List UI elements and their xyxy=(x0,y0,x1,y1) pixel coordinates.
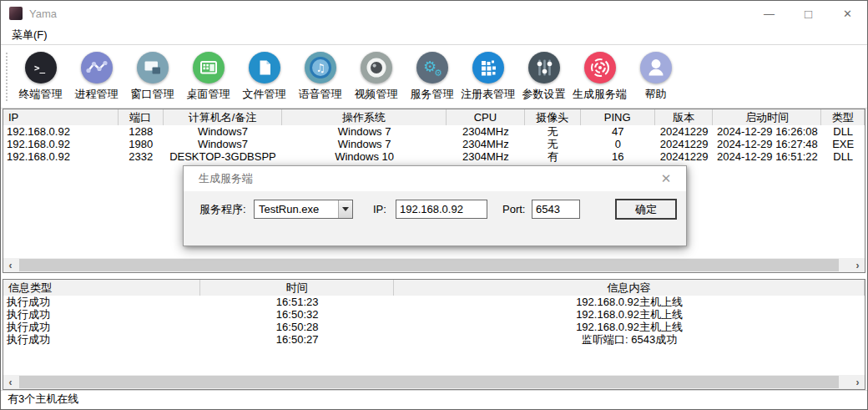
scroll-left-icon[interactable]: ‹ xyxy=(3,375,18,389)
hosts-table-header: IP端口计算机名/备注操作系统CPU摄像头PING版本启动时间类型 xyxy=(3,109,865,125)
close-button[interactable]: ✕ xyxy=(828,1,867,26)
toolbar-item-desktop[interactable]: 桌面管理 xyxy=(180,51,236,102)
scroll-right-icon[interactable]: › xyxy=(850,258,865,272)
hosts-horizontal-scrollbar[interactable]: ‹ › xyxy=(3,258,865,272)
toolbar-item-label: 生成服务端 xyxy=(573,87,627,102)
log-row[interactable]: 执行成功16:50:28192.168.0.92主机上线 xyxy=(3,321,865,333)
cell: 1288 xyxy=(119,125,164,138)
ok-button[interactable]: 确定 xyxy=(615,199,677,220)
port-field[interactable] xyxy=(532,200,580,219)
cell: Windows7 xyxy=(164,138,283,150)
program-select[interactable]: TestRun.exe xyxy=(254,200,353,219)
process-icon xyxy=(80,51,114,84)
column-header[interactable]: 操作系统 xyxy=(282,109,446,125)
toolbar-item-label: 文件管理 xyxy=(243,87,286,102)
host-row[interactable]: 192.168.0.921288Windows7Windows 72304MHz… xyxy=(3,125,865,138)
column-header[interactable]: 信息类型 xyxy=(3,280,200,296)
dialog-title: 生成服务端 xyxy=(199,171,253,186)
cell: 执行成功 xyxy=(3,308,200,321)
cell: 2304MHz xyxy=(447,150,525,163)
app-title: Yama xyxy=(29,8,57,20)
status-text: 有3个主机在线 xyxy=(8,392,78,407)
cell: 16:51:23 xyxy=(200,296,394,308)
cell: Windows7 xyxy=(164,125,283,138)
column-header[interactable]: 信息内容 xyxy=(394,280,865,296)
scroll-right-icon[interactable]: › xyxy=(850,375,865,389)
cell: 1980 xyxy=(119,138,164,150)
log-table-header: 信息类型时间信息内容 xyxy=(3,280,865,296)
cell: 执行成功 xyxy=(3,333,200,346)
toolbar-item-window[interactable]: 窗口管理 xyxy=(124,51,180,102)
column-header[interactable]: 时间 xyxy=(200,280,394,296)
cell: 无 xyxy=(525,125,581,138)
menu-bar: 菜单(F) xyxy=(1,26,867,45)
column-header[interactable]: CPU xyxy=(447,109,525,125)
app-icon xyxy=(9,7,23,20)
column-header[interactable]: 启动时间 xyxy=(713,109,821,125)
scrollbar-thumb[interactable] xyxy=(19,259,839,271)
column-header[interactable]: 版本 xyxy=(655,109,714,125)
ip-field[interactable] xyxy=(396,200,487,219)
cell: DLL xyxy=(821,125,865,138)
log-horizontal-scrollbar[interactable]: ‹ › xyxy=(3,375,865,389)
toolbar-item-label: 服务管理 xyxy=(411,87,454,102)
cell: 2024-12-29 16:26:08 xyxy=(713,125,821,138)
column-header[interactable]: 计算机名/备注 xyxy=(164,109,283,125)
column-header[interactable]: 类型 xyxy=(821,109,865,125)
ip-label: IP: xyxy=(373,200,386,219)
toolbar-item-generate-server[interactable]: 生成服务端 xyxy=(572,51,628,102)
toolbar-item-video[interactable]: 视频管理 xyxy=(348,51,404,102)
cell: 执行成功 xyxy=(3,296,200,308)
column-header[interactable]: 摄像头 xyxy=(525,109,581,125)
toolbar-item-label: 窗口管理 xyxy=(131,87,174,102)
program-label: 服务程序: xyxy=(199,200,246,219)
maximize-button[interactable]: □ xyxy=(789,1,828,26)
toolbar-item-label: 注册表管理 xyxy=(461,87,515,102)
column-header[interactable]: 端口 xyxy=(119,109,164,125)
cell: 2024-12-29 16:27:48 xyxy=(713,138,821,150)
toolbar-item-file[interactable]: 文件管理 xyxy=(236,51,292,102)
column-header[interactable]: IP xyxy=(3,109,119,125)
cell: 监听端口: 6543成功 xyxy=(394,333,865,346)
svg-text:⚙: ⚙ xyxy=(434,68,442,78)
toolbar-item-voice[interactable]: ♫ 语音管理 xyxy=(292,51,348,102)
column-header[interactable]: PING xyxy=(581,109,655,125)
cell: 有 xyxy=(525,150,581,163)
cell: 执行成功 xyxy=(3,321,200,333)
log-list: 信息类型时间信息内容 执行成功16:51:23192.168.0.92主机上线执… xyxy=(3,279,865,390)
host-row[interactable]: 192.168.0.921980Windows7Windows 72304MHz… xyxy=(3,138,865,150)
log-table-body: 执行成功16:51:23192.168.0.92主机上线执行成功16:50:32… xyxy=(3,296,865,375)
toolbar-item-label: 语音管理 xyxy=(299,87,342,102)
toolbar-item-help[interactable]: 帮助 xyxy=(628,51,684,102)
toolbar-item-settings[interactable]: 参数设置 xyxy=(516,51,572,102)
port-label: Port: xyxy=(502,200,525,219)
title-bar: Yama — □ ✕ xyxy=(1,1,867,26)
toolbar-item-service[interactable]: ⚙ ⚙ 服务管理 xyxy=(404,51,460,102)
cell: 47 xyxy=(581,125,655,138)
window-controls: — □ ✕ xyxy=(749,1,867,26)
toolbar-item-terminal[interactable]: >_ 终端管理 xyxy=(13,51,68,102)
main-content: IP端口计算机名/备注操作系统CPU摄像头PING版本启动时间类型 192.16… xyxy=(1,109,867,390)
toolbar-item-label: 桌面管理 xyxy=(187,87,230,102)
host-row[interactable]: 192.168.0.922332DESKTOP-3GDBSPPWindows 1… xyxy=(3,150,865,163)
log-row[interactable]: 执行成功16:50:27监听端口: 6543成功 xyxy=(3,333,865,346)
log-row[interactable]: 执行成功16:51:23192.168.0.92主机上线 xyxy=(3,296,865,308)
toolbar-item-label: 参数设置 xyxy=(522,87,566,102)
voice-icon: ♫ xyxy=(304,51,337,84)
program-select-value: TestRun.exe xyxy=(255,203,338,215)
cell: Windows 7 xyxy=(282,125,446,138)
toolbar-item-label: 进程管理 xyxy=(75,87,119,102)
settings-icon xyxy=(527,51,561,84)
cell: 192.168.0.92 xyxy=(3,125,119,138)
log-row[interactable]: 执行成功16:50:32192.168.0.92主机上线 xyxy=(3,308,865,321)
toolbar-item-process[interactable]: 进程管理 xyxy=(68,51,124,102)
minimize-button[interactable]: — xyxy=(749,1,789,26)
scroll-left-icon[interactable]: ‹ xyxy=(3,258,18,272)
dialog-close-icon[interactable]: ✕ xyxy=(658,171,674,186)
toolbar-gripper xyxy=(6,53,10,101)
combo-dropdown-button[interactable] xyxy=(338,200,352,218)
menu-item-file[interactable]: 菜单(F) xyxy=(8,26,52,44)
scrollbar-thumb[interactable] xyxy=(19,376,839,388)
toolbar-item-registry[interactable]: 注册表管理 xyxy=(460,51,516,102)
cell: EXE xyxy=(821,138,865,150)
